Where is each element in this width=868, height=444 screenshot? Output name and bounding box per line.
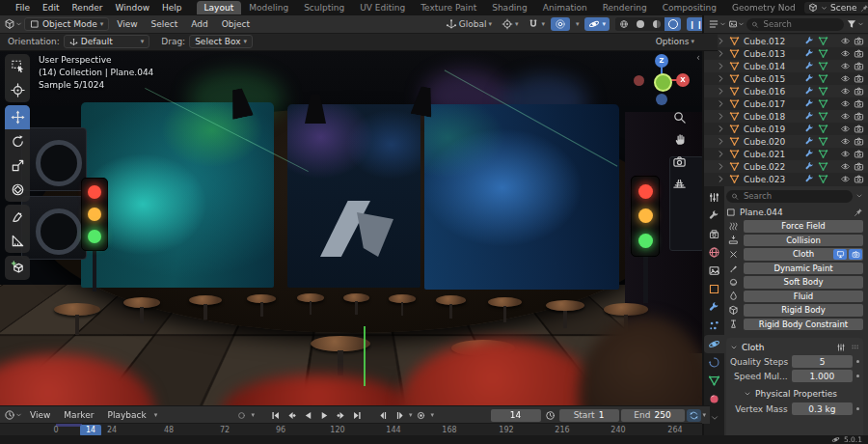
gizmo-toggle[interactable]: ▾: [584, 17, 610, 31]
orientation-dropdown[interactable]: Default ▾: [64, 35, 149, 48]
hide-eye-icon[interactable]: [840, 124, 851, 134]
timeline-ruler[interactable]: 0 24 48 72 96 120 144 168 192 216 240 26…: [0, 423, 702, 436]
snap-toggle[interactable]: ▾: [524, 17, 549, 31]
outliner-row[interactable]: Cube.017: [704, 97, 868, 110]
perspective-toggle-icon[interactable]: [672, 176, 687, 192]
properties-editor-type-icon[interactable]: [704, 188, 724, 207]
tab-rendering[interactable]: Rendering: [595, 1, 655, 14]
options-dropdown[interactable]: Options ▾: [652, 36, 698, 47]
rigid-body-constraint-button[interactable]: Rigid Body Constraint: [744, 319, 863, 331]
cloth-render-toggle[interactable]: [849, 249, 862, 260]
shading-rendered-button[interactable]: [665, 17, 681, 31]
tab-sculpting[interactable]: Sculpting: [296, 1, 352, 14]
mesh-data-icon[interactable]: [818, 48, 828, 59]
gizmo-minus-z-handle[interactable]: [656, 94, 667, 105]
tab-object-data[interactable]: [704, 372, 724, 390]
transform-orientation-dropdown[interactable]: Global ▾: [442, 17, 496, 31]
modifier-wrench-icon[interactable]: [804, 111, 815, 122]
tab-view-layer[interactable]: [704, 262, 724, 280]
current-frame-field[interactable]: 14: [491, 409, 541, 422]
tab-object[interactable]: [704, 280, 724, 298]
shading-material-button[interactable]: [648, 17, 665, 31]
mesh-data-icon[interactable]: [818, 86, 828, 97]
outliner-row[interactable]: Cube.013: [704, 47, 868, 60]
tab-uv-editing[interactable]: UV Editing: [352, 1, 413, 14]
cloth-panel-header[interactable]: Cloth: [730, 341, 859, 354]
drag-dropdown[interactable]: Select Box ▾: [189, 35, 253, 48]
rotate-tool[interactable]: [5, 129, 30, 153]
tab-layout[interactable]: Layout: [197, 1, 242, 14]
pivot-point-dropdown[interactable]: ▾: [498, 17, 523, 31]
expand-icon[interactable]: [716, 124, 726, 134]
hide-eye-icon[interactable]: [840, 73, 851, 84]
object-name[interactable]: Cube.013: [744, 49, 801, 59]
modifier-wrench-icon[interactable]: [804, 124, 815, 134]
move-tool[interactable]: [5, 105, 30, 129]
object-name[interactable]: Cube.015: [744, 74, 801, 84]
tab-physics[interactable]: [704, 335, 724, 353]
modifier-wrench-icon[interactable]: [804, 149, 815, 159]
select-box-tool[interactable]: [5, 54, 30, 78]
play-reverse-button[interactable]: [301, 409, 315, 422]
expand-icon[interactable]: [716, 174, 726, 184]
jump-to-end-button[interactable]: [350, 409, 365, 422]
menu-file[interactable]: File: [10, 2, 36, 14]
render-camera-icon[interactable]: [854, 149, 864, 159]
tab-shading[interactable]: Shading: [484, 1, 535, 14]
tab-modeling[interactable]: Modeling: [241, 1, 296, 14]
force-field-button[interactable]: Force Field: [744, 220, 863, 233]
object-mode-dropdown[interactable]: Object Mode ▾: [24, 17, 109, 31]
render-camera-icon[interactable]: [854, 111, 864, 122]
camera-view-icon[interactable]: [672, 154, 687, 171]
annotate-tool[interactable]: [5, 205, 30, 229]
expand-icon[interactable]: [716, 98, 726, 109]
play-button[interactable]: [317, 409, 332, 422]
tab-constraints[interactable]: [704, 353, 724, 372]
hide-eye-icon[interactable]: [840, 161, 851, 172]
breadcrumb-object-name[interactable]: Plane.044: [740, 208, 783, 217]
render-camera-icon[interactable]: [854, 98, 864, 109]
hide-eye-icon[interactable]: [840, 36, 851, 46]
render-camera-icon[interactable]: [854, 86, 864, 97]
modifier-wrench-icon[interactable]: [804, 48, 815, 59]
render-camera-icon[interactable]: [854, 36, 864, 46]
object-name[interactable]: Cube.019: [744, 125, 801, 134]
render-camera-icon[interactable]: [854, 161, 864, 172]
mesh-data-icon[interactable]: [818, 124, 828, 134]
speed-multiplier-field[interactable]: 1.000: [792, 370, 853, 382]
expand-icon[interactable]: [716, 149, 726, 159]
collision-button[interactable]: Collision: [744, 235, 863, 247]
pan-hand-icon[interactable]: [673, 132, 688, 149]
gizmo-minus-x-handle[interactable]: [634, 75, 644, 86]
proportional-falloff-dropdown[interactable]: ▾: [572, 19, 583, 29]
outliner-display-mode-dropdown[interactable]: [708, 18, 726, 30]
modifier-wrench-icon[interactable]: [804, 86, 815, 97]
mesh-data-icon[interactable]: [818, 61, 828, 71]
jump-to-start-button[interactable]: [268, 409, 283, 422]
shading-wireframe-button[interactable]: [615, 17, 632, 31]
outliner-row[interactable]: Cube.021: [704, 148, 868, 160]
proportional-editing-toggle[interactable]: [551, 17, 570, 31]
render-camera-icon[interactable]: [854, 174, 864, 184]
modifier-wrench-icon[interactable]: [804, 136, 815, 147]
timeline-menu-marker[interactable]: Marker: [58, 409, 99, 421]
properties-search-input[interactable]: [742, 190, 848, 202]
animate-dot[interactable]: [856, 407, 859, 410]
hide-eye-icon[interactable]: [840, 48, 851, 59]
presets-icon[interactable]: [836, 342, 846, 353]
mesh-data-icon[interactable]: [818, 111, 828, 122]
zoom-icon[interactable]: [672, 110, 687, 126]
soft-body-button[interactable]: Soft Body: [744, 276, 863, 289]
object-name[interactable]: Cube.020: [744, 137, 801, 147]
render-camera-icon[interactable]: [854, 136, 864, 147]
expand-icon[interactable]: [716, 111, 726, 122]
tab-particles[interactable]: [704, 317, 724, 335]
object-name[interactable]: Cube.017: [744, 99, 801, 109]
shading-solid-button[interactable]: [632, 17, 648, 31]
tab-render[interactable]: [704, 225, 724, 243]
render-camera-icon[interactable]: [854, 73, 864, 84]
expand-icon[interactable]: [716, 73, 726, 84]
outliner-row[interactable]: Cube.023: [704, 173, 868, 185]
hide-eye-icon[interactable]: [840, 149, 851, 159]
scale-tool[interactable]: [5, 153, 30, 178]
